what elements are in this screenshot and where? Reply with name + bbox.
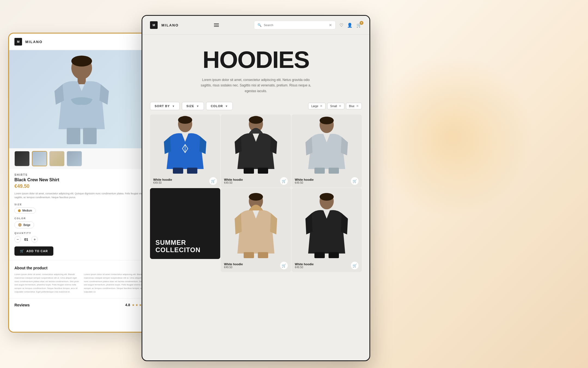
filter-small-label: Small (330, 105, 337, 108)
product-card-price-6: €49.50 (295, 266, 314, 269)
svg-rect-8 (187, 168, 197, 174)
summer-banner-text: SUMMERCOLLECITON (155, 239, 201, 254)
svg-rect-25 (314, 252, 325, 258)
product-info: SHIRTS Black Crew New Shirt €49.50 Lorem… (9, 169, 154, 260)
quantity-increase-button[interactable]: + (31, 236, 38, 243)
filter-blue-remove-icon[interactable]: ✕ (356, 104, 359, 108)
wishlist-icon[interactable]: ♡ (339, 23, 343, 28)
account-icon[interactable]: 👤 (347, 23, 353, 28)
sort-by-chevron-icon: ▼ (172, 105, 175, 108)
add-to-cart-button-2[interactable]: 🛒 (280, 177, 288, 185)
svg-rect-2 (78, 77, 86, 84)
hero-section: HOODIES Lorem ipsum dolor sit amet, cons… (142, 35, 369, 102)
search-icon: 🔍 (258, 23, 262, 27)
product-card-price-3: €49.50 (295, 181, 314, 184)
product-card-image-1 (150, 114, 220, 174)
filter-large-remove-icon[interactable]: ✕ (320, 104, 323, 108)
about-text-1: Lorem ipsum dolor sit amet, consectetur … (14, 273, 79, 294)
cart-count-badge: 0 (360, 21, 363, 25)
filter-tag-blue[interactable]: Blue ✕ (346, 103, 362, 109)
filter-small-remove-icon[interactable]: ✕ (339, 104, 341, 108)
product-card-info-6: White hoodie €49.50 🛒 (292, 259, 362, 272)
svg-rect-4 (83, 128, 97, 144)
add-to-cart-button-1[interactable]: 🛒 (209, 177, 217, 185)
product-figure-black2 (305, 191, 348, 259)
color-selector: Beige (14, 221, 149, 228)
quantity-value: 01 (24, 237, 28, 242)
products-grid: White hoodie €49.50 🛒 (142, 114, 369, 272)
svg-point-20 (249, 193, 263, 201)
product-card-details-3: White hoodie €49.50 (295, 178, 314, 184)
product-category: SHIRTS (14, 173, 149, 176)
product-card-1[interactable]: White hoodie €49.50 🛒 (150, 114, 220, 188)
size-dropdown[interactable]: SIZE ▼ (182, 102, 204, 110)
add-to-cart-button-3[interactable]: 🛒 (351, 177, 359, 185)
quantity-label: QUANTITY (14, 232, 149, 234)
product-card-details-1: White hoodie €49.50 (153, 178, 172, 184)
product-card-image-2 (221, 114, 291, 174)
color-dropdown[interactable]: COLOR ▼ (206, 102, 233, 110)
color-label: COLOR (14, 217, 149, 220)
product-card-image-5 (221, 188, 291, 259)
front-menu-button[interactable] (214, 23, 219, 27)
color-option-label: Beige (23, 224, 30, 227)
size-option-medium[interactable]: Medium (14, 207, 36, 214)
svg-rect-7 (173, 168, 183, 174)
summer-collection-banner[interactable]: SUMMERCOLLECITON (150, 188, 220, 259)
add-to-cart-label: ADD TO CAR (26, 249, 48, 253)
front-logo-letter: M (152, 23, 155, 27)
page-title: HOODIES (159, 48, 353, 72)
search-bar[interactable]: 🔍 ✕ (254, 21, 336, 29)
reviews-label: Reviews (14, 303, 30, 307)
brand-name: MILANO (25, 40, 42, 44)
product-card-3[interactable]: White hoodie €49.50 🛒 (292, 114, 362, 188)
color-option-beige[interactable]: Beige (14, 221, 34, 228)
product-card-image-6 (292, 188, 362, 259)
product-card-6[interactable]: White hoodie €49.50 🛒 (292, 188, 362, 272)
quantity-decrease-button[interactable]: − (14, 236, 21, 243)
hoodies-listing-tablet: M MILANO 🔍 ✕ ♡ 👤 🛒 0 HOODIES Lorem ipsum… (142, 15, 370, 361)
product-price: €49.50 (14, 183, 149, 189)
size-dot (18, 209, 21, 212)
thumbnail-2[interactable] (32, 151, 47, 166)
sort-by-dropdown[interactable]: SORT BY ▼ (150, 102, 180, 110)
product-card-details-5: White hoodie €49.50 (224, 263, 243, 269)
svg-rect-21 (244, 252, 254, 258)
product-main-image (9, 50, 154, 148)
filter-tag-large[interactable]: Large ✕ (308, 103, 326, 109)
search-input[interactable] (264, 23, 327, 27)
search-clear-icon[interactable]: ✕ (329, 23, 332, 27)
cart-icon[interactable]: 🛒 0 (356, 23, 362, 28)
filter-blue-label: Blue (349, 105, 354, 108)
add-to-cart-button-6[interactable]: 🛒 (351, 262, 359, 269)
size-filter-label: SIZE (186, 104, 194, 108)
product-card-2[interactable]: White hoodie €49.50 🛒 (221, 114, 291, 188)
thumbnail-3[interactable] (49, 151, 65, 166)
product-figure-svg (54, 53, 109, 146)
hero-subtitle: Lorem ipsum dolor sit amet, consectetur … (199, 77, 313, 94)
product-card-price-1: €49.50 (153, 181, 172, 184)
add-to-cart-button[interactable]: 🛒 ADD TO CAR (14, 246, 53, 256)
about-title: About the product (14, 266, 149, 270)
about-section: About the product Lorem ipsum dolor sit … (9, 260, 154, 298)
svg-point-1 (71, 56, 92, 67)
thumbnail-1[interactable] (14, 151, 30, 166)
product-card-price-2: €49.50 (224, 181, 243, 184)
product-thumbnails (9, 148, 154, 169)
about-text-2: Lorem ipsum dolor sit amet consectetur a… (84, 273, 149, 294)
svg-rect-14 (258, 168, 268, 174)
product-card-name-3: White hoodie (295, 178, 314, 181)
filter-tag-small[interactable]: Small ✕ (327, 103, 344, 109)
product-card-info-5: White hoodie €49.50 🛒 (221, 259, 291, 272)
product-card-image-3 (292, 114, 362, 174)
front-hamburger-line-3 (214, 26, 219, 27)
size-chevron-icon: ▼ (196, 105, 199, 108)
rating-score: 4.8 (125, 303, 130, 307)
product-card-5[interactable]: White hoodie €49.50 🛒 (221, 188, 291, 272)
quantity-selector: − 01 + (14, 236, 149, 243)
thumbnail-4[interactable] (67, 151, 82, 166)
add-to-cart-button-5[interactable]: 🛒 (280, 262, 288, 269)
color-chevron-icon: ▼ (225, 105, 228, 108)
background-glow (370, 55, 534, 218)
svg-point-16 (320, 117, 334, 124)
